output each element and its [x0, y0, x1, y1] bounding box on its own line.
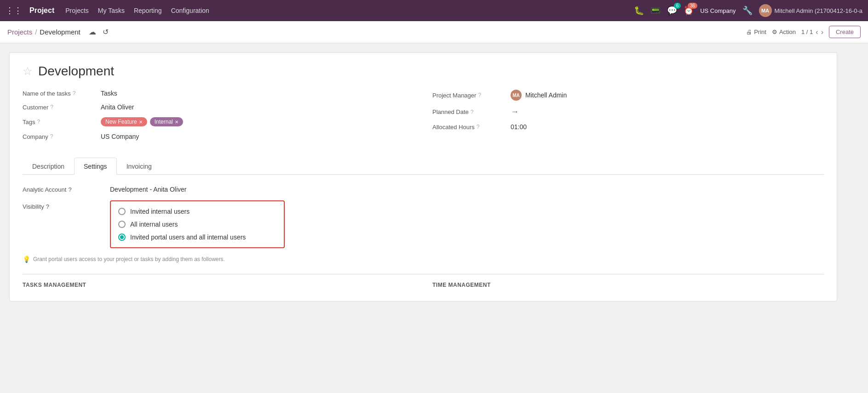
analytic-account-help-icon[interactable]: ? [68, 186, 71, 193]
cloud-save-icon[interactable]: ☁ [89, 28, 96, 36]
tab-settings[interactable]: Settings [74, 158, 117, 175]
sub-header: Projects / Development ☁ ↺ 🖨 Print ⚙ Act… [0, 21, 868, 43]
company-value[interactable]: US Company [101, 133, 414, 140]
nav-configuration[interactable]: Configuration [171, 7, 209, 14]
project-manager-label: Project Manager ? [432, 92, 506, 99]
project-manager-row: MA Mitchell Admin [511, 90, 567, 101]
action-button[interactable]: ⚙ Action [772, 28, 796, 35]
planned-date-label: Planned Date ? [432, 108, 506, 115]
page-title: Development [38, 64, 114, 79]
form-container: ☆ Development Name of the tasks ? Tasks [9, 52, 837, 302]
clock-icon[interactable]: ⏰ 36 [684, 6, 694, 16]
radio-label-all-internal: All internal users [130, 221, 178, 228]
grid-icon[interactable]: ⋮⋮ [6, 6, 22, 16]
visibility-help-icon[interactable]: ? [46, 203, 49, 210]
visibility-options-box: Invited internal users All internal user… [110, 200, 285, 248]
breadcrumb-current: Development [40, 28, 80, 36]
field-row-allocated-hours: Allocated Hours ? 01:00 [432, 123, 824, 131]
name-tasks-value[interactable]: Tasks [101, 90, 414, 97]
planned-date-arrow-icon: → [511, 107, 519, 117]
breadcrumb: Projects / Development [7, 28, 80, 36]
time-management-header: TIME MANAGEMENT [432, 282, 824, 288]
print-icon: 🖨 [746, 28, 752, 35]
tab-description[interactable]: Description [23, 158, 74, 175]
company-name: US Company [700, 7, 736, 14]
radio-circle-all-internal [118, 221, 126, 228]
pager-next[interactable]: › [821, 28, 823, 36]
create-button[interactable]: Create [829, 26, 861, 38]
refresh-icon[interactable]: ↺ [103, 28, 109, 36]
bug-icon[interactable]: 🐛 [634, 6, 644, 16]
nav-reporting[interactable]: Reporting [134, 7, 162, 14]
customer-help-icon[interactable]: ? [50, 104, 53, 110]
nav-projects[interactable]: Projects [65, 7, 89, 14]
project-manager-value[interactable]: Mitchell Admin [525, 91, 567, 99]
user-info[interactable]: MA Mitchell Admin (21700412-16-0-a [759, 4, 863, 17]
chat-icon[interactable]: 💬 6 [667, 6, 677, 16]
settings-content: Analytic Account ? Development - Anita O… [23, 184, 824, 290]
field-row-name-tasks: Name of the tasks ? Tasks [23, 90, 414, 97]
top-navigation: ⋮⋮ Project Projects My Tasks Reporting C… [0, 0, 868, 21]
app-brand[interactable]: Project [29, 6, 54, 15]
tag-new-feature-close[interactable]: ✕ [139, 120, 143, 125]
tags-help-icon[interactable]: ? [37, 119, 40, 125]
field-row-planned-date: Planned Date ? → [432, 107, 824, 117]
field-row-company: Company ? US Company [23, 133, 414, 140]
form-title-row: ☆ Development [23, 64, 824, 79]
nav-right: 🐛 📟 💬 6 ⏰ 36 US Company 🔧 MA Mitchell Ad… [634, 4, 862, 17]
planned-date-help-icon[interactable]: ? [471, 109, 474, 115]
fields-grid: Name of the tasks ? Tasks Customer ? Ani… [23, 90, 824, 147]
header-actions: 🖨 Print ⚙ Action 1 / 1 ‹ › Create [746, 26, 861, 38]
tab-invoicing[interactable]: Invoicing [117, 158, 161, 175]
tag-internal-close[interactable]: ✕ [175, 120, 178, 125]
radio-circle-invited-portal [118, 234, 126, 241]
favorite-star-icon[interactable]: ☆ [23, 65, 33, 78]
right-fields: Project Manager ? MA Mitchell Admin Plan… [432, 90, 824, 147]
print-button[interactable]: 🖨 Print [746, 28, 766, 35]
allocated-hours-help-icon[interactable]: ? [477, 124, 480, 130]
analytic-account-value[interactable]: Development - Anita Oliver [110, 186, 187, 193]
pager-prev[interactable]: ‹ [816, 28, 818, 36]
name-tasks-help-icon[interactable]: ? [73, 90, 76, 97]
clock-badge: 36 [688, 3, 697, 9]
radio-invited-portal[interactable]: Invited portal users and all internal us… [118, 234, 276, 241]
section-headers: TASKS MANAGEMENT TIME MANAGEMENT [23, 274, 824, 288]
pager-label: 1 / 1 [801, 28, 813, 35]
radio-circle-invited-internal [118, 208, 126, 215]
customer-value[interactable]: Anita Oliver [101, 103, 414, 111]
radio-invited-internal[interactable]: Invited internal users [118, 208, 276, 215]
name-tasks-label: Name of the tasks ? [23, 90, 96, 97]
field-row-project-manager: Project Manager ? MA Mitchell Admin [432, 90, 824, 101]
radio-label-invited-portal: Invited portal users and all internal us… [130, 234, 246, 241]
settings-icon[interactable]: 🔧 [742, 6, 753, 16]
hint-text: 💡 Grant portal users access to your proj… [23, 256, 824, 263]
analytic-account-label: Analytic Account ? [23, 186, 105, 193]
avatar: MA [759, 4, 772, 17]
visibility-label: Visibility ? [23, 200, 105, 210]
radio-label-invited-internal: Invited internal users [130, 208, 190, 215]
pm-avatar: MA [511, 90, 522, 101]
nav-links: Projects My Tasks Reporting Configuratio… [65, 7, 630, 14]
user-name: Mitchell Admin (21700412-16-0-a [775, 7, 863, 14]
nav-my-tasks[interactable]: My Tasks [98, 7, 125, 14]
breadcrumb-separator: / [35, 28, 37, 36]
pager: 1 / 1 ‹ › [801, 28, 823, 36]
tags-container: New Feature ✕ Internal ✕ [101, 117, 183, 126]
breadcrumb-projects[interactable]: Projects [7, 28, 32, 36]
company-help-icon[interactable]: ? [50, 133, 53, 140]
main-content: ☆ Development Name of the tasks ? Tasks [0, 43, 868, 393]
customer-label: Customer ? [23, 104, 96, 111]
tabs-bar: Description Settings Invoicing [23, 158, 824, 175]
tag-internal: Internal ✕ [150, 117, 183, 126]
field-row-tags: Tags ? New Feature ✕ Internal ✕ [23, 117, 414, 126]
chat-badge: 6 [674, 3, 681, 9]
tasks-management-header: TASKS MANAGEMENT [23, 282, 414, 288]
allocated-hours-value[interactable]: 01:00 [511, 123, 824, 131]
phone-icon[interactable]: 📟 [650, 6, 661, 16]
project-manager-help-icon[interactable]: ? [478, 92, 481, 98]
lightbulb-icon: 💡 [23, 256, 30, 263]
radio-all-internal[interactable]: All internal users [118, 221, 276, 228]
hint-message: Grant portal users access to your projec… [33, 256, 225, 262]
gear-icon: ⚙ [772, 28, 777, 35]
company-label: Company ? [23, 133, 96, 140]
